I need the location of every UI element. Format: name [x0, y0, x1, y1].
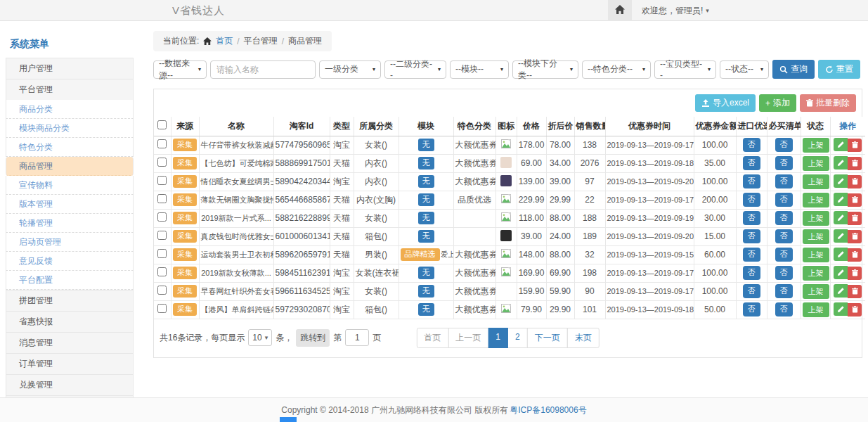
import-select-badge[interactable]: 否 [743, 193, 760, 206]
filter-select[interactable]: --特色分类--▾ [582, 60, 651, 79]
must-buy-badge[interactable]: 否 [775, 138, 793, 151]
page-number-input[interactable] [345, 329, 369, 346]
sidebar-subitem[interactable]: 版本管理 [6, 195, 134, 214]
must-buy-badge[interactable]: 否 [775, 266, 793, 279]
sidebar-subitem[interactable]: 轮播管理 [6, 214, 134, 233]
must-buy-badge[interactable]: 否 [775, 211, 793, 224]
must-buy-badge[interactable]: 否 [775, 174, 793, 188]
status-button[interactable]: 上架 [803, 174, 829, 189]
row-checkbox[interactable] [157, 286, 167, 295]
filter-select[interactable]: --数据来源--▾ [153, 60, 207, 79]
row-checkbox[interactable] [157, 176, 167, 185]
delete-button[interactable] [848, 248, 862, 262]
edit-button[interactable] [834, 193, 848, 206]
import-select-badge[interactable]: 否 [743, 138, 760, 151]
import-select-badge[interactable]: 否 [743, 248, 760, 261]
status-button[interactable]: 上架 [803, 138, 829, 153]
import-select-badge[interactable]: 否 [743, 284, 760, 298]
page-button[interactable]: 下一页 [527, 328, 568, 348]
sidebar-subitem[interactable]: 特色分类 [6, 138, 134, 157]
delete-button[interactable] [848, 267, 862, 280]
page-button[interactable]: 末页 [567, 328, 600, 348]
sidebar-subitem[interactable]: 宣传物料 [6, 176, 134, 195]
edit-button[interactable] [834, 211, 848, 224]
status-button[interactable]: 上架 [803, 193, 829, 207]
page-button[interactable]: 1 [488, 328, 508, 348]
filter-select[interactable]: --宝贝类型--▾ [654, 60, 716, 79]
row-checkbox[interactable] [157, 267, 167, 276]
sidebar-item[interactable]: 消息管理 [6, 332, 134, 353]
status-button[interactable]: 上架 [803, 229, 829, 244]
status-button[interactable]: 上架 [803, 266, 829, 281]
import-select-badge[interactable]: 否 [743, 156, 760, 170]
delete-button[interactable] [848, 157, 862, 170]
page-button[interactable]: 2 [507, 328, 528, 348]
import-select-badge[interactable]: 否 [743, 266, 760, 279]
per-page-select[interactable]: 10 ▾ [248, 329, 272, 346]
status-button[interactable]: 上架 [803, 156, 829, 171]
must-buy-badge[interactable]: 否 [775, 229, 793, 243]
icp-link[interactable]: 粤ICP备16098006号 [510, 404, 586, 416]
row-checkbox[interactable] [157, 158, 167, 167]
edit-button[interactable] [834, 284, 848, 298]
row-checkbox[interactable] [157, 139, 167, 148]
must-buy-badge[interactable]: 否 [775, 156, 793, 170]
edit-button[interactable] [834, 156, 848, 170]
import-select-badge[interactable]: 否 [743, 211, 760, 224]
edit-button[interactable] [834, 138, 848, 151]
sidebar-item[interactable]: 兑换管理 [6, 374, 134, 395]
sidebar-subitem[interactable]: 商品分类 [6, 100, 134, 119]
delete-button[interactable] [848, 230, 862, 243]
sidebar-item[interactable]: 订单管理 [6, 353, 134, 374]
sidebar-item[interactable]: 平台管理 [6, 79, 134, 100]
import-select-badge[interactable]: 否 [743, 174, 760, 188]
status-button[interactable]: 上架 [803, 248, 829, 262]
name-search-input[interactable] [210, 60, 316, 79]
sidebar-item[interactable]: 用户管理 [6, 58, 134, 79]
edit-button[interactable] [834, 174, 848, 188]
must-buy-badge[interactable]: 否 [775, 193, 793, 206]
row-checkbox[interactable] [157, 212, 167, 222]
delete-button[interactable] [848, 285, 862, 298]
sidebar-item[interactable]: 省惠快报 [6, 311, 134, 332]
must-buy-badge[interactable]: 否 [775, 302, 793, 316]
edit-button[interactable] [834, 266, 848, 279]
sidebar-subitem[interactable]: 平台配置 [6, 271, 134, 290]
edit-button[interactable] [834, 248, 848, 261]
row-checkbox[interactable] [157, 194, 167, 203]
sidebar-subitem[interactable]: 模块商品分类 [6, 119, 134, 138]
jump-button[interactable]: 跳转到 [296, 329, 330, 347]
filter-select[interactable]: --二级分类--▾ [384, 60, 446, 79]
must-buy-badge[interactable]: 否 [775, 284, 793, 298]
sidebar-item[interactable]: 拼团管理 [6, 290, 134, 311]
edit-button[interactable] [834, 302, 848, 316]
status-button[interactable]: 上架 [803, 211, 829, 226]
search-button[interactable]: 查询 [772, 60, 815, 79]
delete-button[interactable] [848, 303, 862, 316]
sidebar-subitem[interactable]: 意见反馈 [6, 252, 134, 271]
delete-button[interactable] [848, 175, 862, 188]
select-all-checkbox[interactable] [157, 120, 167, 129]
edit-button[interactable] [834, 229, 848, 243]
add-button[interactable]: + 添加 [759, 94, 796, 112]
import-select-badge[interactable]: 否 [743, 302, 760, 316]
delete-button[interactable] [848, 212, 862, 225]
reset-button[interactable]: 重置 [818, 60, 860, 79]
filter-select[interactable]: --模块下分类--▾ [512, 60, 578, 79]
delete-button[interactable] [848, 139, 862, 152]
breadcrumb-home-link[interactable]: 首页 [216, 35, 233, 47]
user-menu[interactable]: 欢迎您，管理员! ▾ [642, 5, 709, 17]
batch-delete-button[interactable]: 批量删除 [800, 94, 856, 112]
must-buy-badge[interactable]: 否 [775, 248, 793, 261]
row-checkbox[interactable] [157, 249, 167, 258]
filter-select[interactable]: 一级分类▾ [319, 60, 381, 79]
filter-select[interactable]: --模块--▾ [450, 60, 509, 79]
delete-button[interactable] [848, 193, 862, 207]
status-button[interactable]: 上架 [803, 284, 829, 299]
filter-select[interactable]: --状态--▾ [720, 60, 769, 79]
sidebar-subitem[interactable]: 商品管理 [6, 157, 134, 176]
row-checkbox[interactable] [157, 231, 167, 240]
home-button[interactable] [608, 0, 632, 21]
sidebar-subitem[interactable]: 启动页管理 [6, 233, 134, 252]
import-excel-button[interactable]: 导入excel [695, 94, 756, 112]
